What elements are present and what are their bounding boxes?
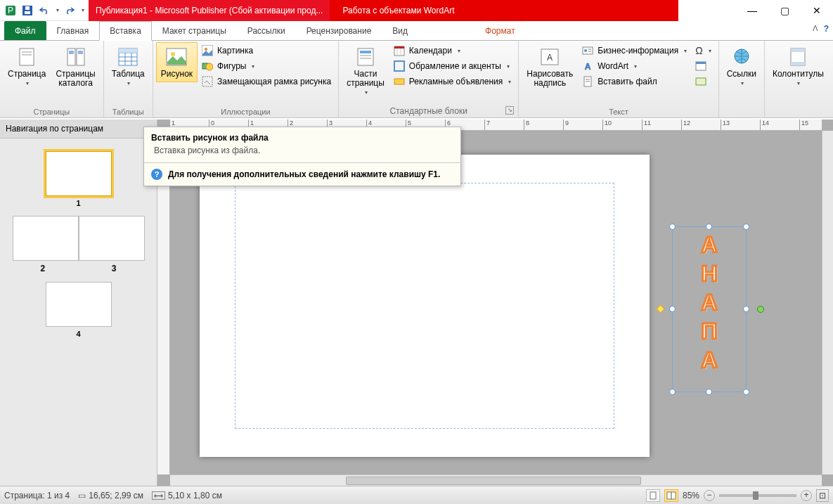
svg-point-20 xyxy=(171,52,175,56)
insert-file-icon xyxy=(582,76,593,87)
borders-button[interactable]: Обрамление и акценты ▾ xyxy=(392,59,512,73)
save-icon[interactable] xyxy=(21,4,34,17)
headerfooter-button[interactable]: Колонтитулы ▾ xyxy=(768,42,829,90)
tab-page-layout[interactable]: Макет страницы xyxy=(152,21,237,40)
picture-button[interactable]: Рисунок xyxy=(156,42,198,82)
shapes-button[interactable]: Фигуры ▾ xyxy=(200,59,332,73)
qat-customize-icon[interactable]: ▾ xyxy=(82,7,84,13)
svg-rect-3 xyxy=(25,11,30,14)
group-illustrations-label: Иллюстрации xyxy=(156,106,335,117)
svg-text:P: P xyxy=(8,6,13,15)
rotate-handle[interactable] xyxy=(757,306,764,313)
tab-insert[interactable]: Вставка xyxy=(99,21,152,41)
fit-page-button[interactable]: ⊡ xyxy=(816,489,829,502)
svg-point-24 xyxy=(206,63,213,70)
resize-handle[interactable] xyxy=(669,224,676,230)
ads-label: Рекламные объявления xyxy=(409,77,503,86)
redo-icon[interactable] xyxy=(63,4,76,17)
resize-handle[interactable] xyxy=(743,224,749,230)
tooltip-description: Вставка рисунка из файла. xyxy=(144,146,460,162)
dropdown-icon: ▾ xyxy=(252,63,254,70)
minimize-button[interactable]: — xyxy=(736,0,768,21)
scroll-thumb[interactable] xyxy=(346,477,641,485)
group-building-blocks: Части страницы ▾ Календари ▾ Обрамление … xyxy=(339,41,519,117)
svg-rect-11 xyxy=(78,51,83,54)
horizontal-scrollbar[interactable] xyxy=(170,474,822,486)
view-spread-button[interactable] xyxy=(664,489,678,502)
tab-file[interactable]: Файл xyxy=(4,21,46,40)
picture-label: Рисунок xyxy=(161,70,193,79)
object-icon xyxy=(695,76,706,87)
table-button[interactable]: Таблица ▾ xyxy=(107,42,150,90)
resize-handle[interactable] xyxy=(743,389,749,395)
tab-home[interactable]: Главная xyxy=(46,21,100,40)
resize-handle[interactable] xyxy=(743,306,749,312)
page-button[interactable]: Страница ▾ xyxy=(3,42,51,90)
svg-rect-29 xyxy=(360,58,371,59)
view-single-button[interactable] xyxy=(646,489,660,502)
dropdown-icon: ▾ xyxy=(634,63,637,70)
calendars-button[interactable]: Календари ▾ xyxy=(392,44,512,58)
close-button[interactable]: ✕ xyxy=(801,0,833,21)
undo-icon[interactable] xyxy=(38,4,51,17)
maximize-button[interactable]: ▢ xyxy=(768,0,801,21)
resize-handle[interactable] xyxy=(669,306,676,312)
resize-handle[interactable] xyxy=(669,389,676,395)
undo-dropdown-icon[interactable]: ▾ xyxy=(56,7,59,13)
help-icon[interactable]: ? xyxy=(824,24,829,34)
tab-view[interactable]: Вид xyxy=(382,21,418,40)
page-parts-button[interactable]: Части страницы ▾ xyxy=(342,42,389,99)
datetime-button[interactable] xyxy=(694,59,712,73)
zoom-in-button[interactable]: + xyxy=(801,490,812,501)
tab-mailings[interactable]: Рассылки xyxy=(237,21,296,40)
zoom-slider[interactable] xyxy=(719,494,796,497)
dialog-launcher-icon[interactable]: ↘ xyxy=(505,106,514,115)
page-label: Страница xyxy=(8,70,46,79)
textbox-button[interactable]: A Нарисовать надпись xyxy=(522,42,578,91)
symbol-button[interactable]: Ω ▾ xyxy=(694,44,712,58)
status-page[interactable]: Страница: 1 из 4 xyxy=(4,491,70,500)
svg-rect-47 xyxy=(696,62,706,64)
resize-handle[interactable] xyxy=(706,224,712,230)
symbol-icon: Ω xyxy=(695,45,702,56)
svg-point-39 xyxy=(584,49,587,52)
group-text-label: Текст xyxy=(522,106,715,117)
clipart-button[interactable]: Картинка xyxy=(200,44,332,58)
svg-rect-6 xyxy=(22,51,32,53)
textbox-icon: A xyxy=(538,46,561,68)
wordart-button[interactable]: A WordArt ▾ xyxy=(581,59,688,73)
zoom-value[interactable]: 85% xyxy=(683,491,699,500)
page-thumb-1[interactable]: 1 xyxy=(46,151,112,207)
object-button[interactable] xyxy=(694,75,712,89)
catalog-pages-button[interactable]: Страницы каталога xyxy=(51,42,100,91)
adjust-handle[interactable] xyxy=(656,304,665,314)
resize-handle[interactable] xyxy=(706,389,712,395)
wordart-object[interactable]: А Н А П А xyxy=(678,232,741,387)
dropdown-icon: ▾ xyxy=(458,48,460,54)
group-tables-label: Таблицы xyxy=(107,106,150,117)
ribbon-minimize-icon[interactable]: ᐱ xyxy=(813,24,818,34)
insert-file-button[interactable]: Вставить файл xyxy=(581,75,688,89)
links-label: Ссылки xyxy=(727,70,756,79)
tooltip: Вставить рисунок из файла Вставка рисунк… xyxy=(143,127,461,186)
ads-button[interactable]: Рекламные объявления ▾ xyxy=(392,75,512,89)
selection-frame xyxy=(672,226,747,392)
borders-icon xyxy=(394,60,405,72)
status-bar: Страница: 1 из 4 ▭ 16,65; 2,99 см ⟷ 5,10… xyxy=(0,486,833,504)
page-parts-icon xyxy=(354,46,377,68)
links-button[interactable]: Ссылки ▾ xyxy=(722,42,761,90)
title-bar: P ▾ ▾ Публикация1 - Microsoft Publisher … xyxy=(0,0,833,21)
placeholder-icon xyxy=(202,76,213,87)
page-thumb-2-3[interactable]: 23 xyxy=(10,216,148,273)
business-info-button[interactable]: Бизнес-информация ▾ xyxy=(581,44,688,58)
page-thumb-4[interactable]: 4 xyxy=(46,282,112,338)
zoom-thumb[interactable] xyxy=(753,491,758,500)
insert-file-label: Вставить файл xyxy=(598,77,657,86)
vertical-scrollbar[interactable] xyxy=(822,131,833,474)
tab-format[interactable]: Формат xyxy=(474,21,526,40)
group-headerfooter: Колонтитулы ▾ xyxy=(765,41,832,117)
tab-review[interactable]: Рецензирование xyxy=(296,21,382,40)
page-canvas[interactable] xyxy=(200,155,650,457)
zoom-out-button[interactable]: − xyxy=(704,490,715,501)
placeholder-button[interactable]: Замещающая рамка рисунка xyxy=(200,75,332,89)
